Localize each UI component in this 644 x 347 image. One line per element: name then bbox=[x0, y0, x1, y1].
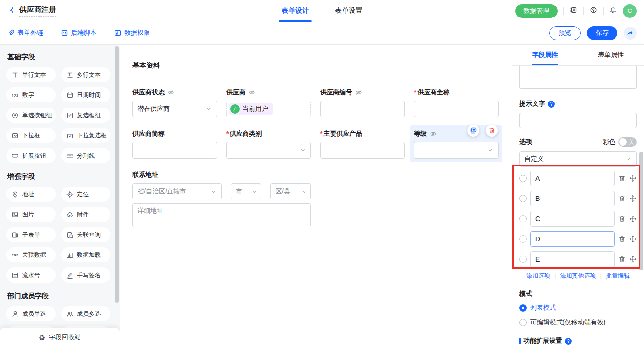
field-select[interactable] bbox=[414, 142, 499, 159]
field-input[interactable] bbox=[320, 142, 405, 159]
tab-form-properties[interactable]: 表单属性 bbox=[578, 45, 644, 65]
delete-option-button[interactable] bbox=[618, 215, 626, 222]
address-field[interactable]: 联系地址 省/自治区/直辖市 市 区/县 详细地址 bbox=[132, 171, 512, 227]
sidebar-item-linked-data[interactable]: 关联数据 bbox=[6, 247, 56, 262]
option-radio[interactable] bbox=[519, 175, 527, 182]
address-detail-textarea[interactable]: 详细地址 bbox=[132, 203, 311, 227]
avatar[interactable]: C bbox=[623, 4, 637, 18]
option-radio[interactable] bbox=[519, 215, 527, 222]
share-button[interactable] bbox=[624, 27, 637, 40]
mode-option-list[interactable]: 列表模式 bbox=[519, 304, 637, 312]
contacts-icon[interactable] bbox=[570, 6, 577, 15]
delete-option-button[interactable] bbox=[618, 256, 626, 263]
sidebar-item-member-single[interactable]: 成员单选 bbox=[6, 306, 56, 321]
field-name-input[interactable] bbox=[519, 66, 637, 89]
subform-icon bbox=[12, 231, 19, 239]
sidebar-item-text[interactable]: 单行文本 bbox=[6, 67, 56, 82]
field-input[interactable] bbox=[414, 101, 499, 117]
canvas-field-6[interactable]: *供应商类别 bbox=[226, 129, 311, 159]
option-input[interactable]: A bbox=[530, 171, 615, 186]
option-input[interactable]: B bbox=[530, 191, 615, 206]
data-permission-button[interactable]: 数据权限 bbox=[114, 29, 150, 37]
field-input[interactable] bbox=[132, 142, 217, 159]
copy-field-button[interactable] bbox=[467, 125, 479, 137]
sidebar-item-address[interactable]: 地址 bbox=[6, 187, 56, 202]
sidebar-item-number[interactable]: 123数字 bbox=[6, 87, 56, 102]
sidebar-item-location[interactable]: 定位 bbox=[61, 187, 110, 202]
option-input[interactable]: E bbox=[530, 251, 615, 267]
field-select[interactable]: 潜在供应商 bbox=[132, 101, 217, 117]
delete-option-button[interactable] bbox=[618, 195, 626, 202]
add-option-link[interactable]: 添加选项 bbox=[526, 272, 550, 280]
field-recycle-button[interactable]: ♻ 字段回收站 bbox=[0, 328, 120, 347]
external-link-button[interactable]: 表单外链 bbox=[7, 29, 43, 37]
sidebar-scrollbar[interactable] bbox=[115, 46, 119, 303]
panel-scrollbar[interactable] bbox=[639, 152, 643, 270]
radio-checked-icon[interactable] bbox=[519, 304, 527, 312]
data-manage-button[interactable]: 数据管理 bbox=[515, 4, 558, 18]
sidebar-item-divider[interactable]: 分割线 bbox=[61, 148, 110, 163]
field-user-tagbox[interactable]: 户当前用户 bbox=[226, 101, 311, 117]
sidebar-item-date[interactable]: 日期时间 bbox=[61, 87, 110, 102]
option-radio[interactable] bbox=[519, 256, 527, 263]
field-select[interactable] bbox=[226, 142, 311, 159]
delete-option-button[interactable] bbox=[618, 235, 626, 243]
move-option-handle[interactable] bbox=[629, 195, 637, 202]
canvas-field-1[interactable]: 供应商状态潜在供应商 bbox=[132, 88, 217, 117]
tab-form-design[interactable]: 表单设计 bbox=[282, 0, 309, 22]
sidebar-item-lookup[interactable]: 关联查询 bbox=[61, 227, 110, 242]
canvas-field-7[interactable]: *主要供应产品 bbox=[320, 129, 405, 159]
city-select[interactable]: 市 bbox=[231, 183, 261, 199]
field-input[interactable] bbox=[320, 101, 405, 117]
canvas-field-4[interactable]: *供应商全称 bbox=[414, 88, 499, 117]
tab-form-settings[interactable]: 表单设置 bbox=[335, 0, 362, 22]
delete-option-button[interactable] bbox=[618, 175, 626, 182]
batch-edit-link[interactable]: 批量编辑 bbox=[606, 272, 630, 280]
preview-button[interactable]: 预览 bbox=[549, 26, 581, 40]
radio-icon[interactable] bbox=[519, 319, 527, 326]
color-toggle[interactable]: 关 bbox=[618, 137, 637, 147]
sidebar-item-member-multi[interactable]: 成员多选 bbox=[61, 306, 110, 321]
mode-option-editable[interactable]: 可编辑模式(仅移动端有效) bbox=[519, 319, 637, 327]
canvas-field-5[interactable]: 供应商简称 bbox=[132, 129, 217, 159]
help-filled-icon[interactable]: ? bbox=[565, 338, 572, 345]
sidebar-item-serial[interactable]: 流水号 bbox=[6, 267, 56, 283]
sidebar-item-dropdown[interactable]: 下拉框 bbox=[6, 128, 56, 143]
field-actions bbox=[467, 125, 498, 137]
move-option-handle[interactable] bbox=[629, 215, 637, 222]
sidebar-item-checkbox-group[interactable]: 复选框组 bbox=[61, 108, 110, 123]
form-canvas[interactable]: 基本资料 供应商状态潜在供应商供应商户当前用户供应商编号*供应商全称供应商简称*… bbox=[120, 45, 512, 347]
sidebar-item-multi-dropdown[interactable]: 下拉复选框 bbox=[61, 128, 110, 143]
sidebar-item-textarea[interactable]: 多行文本 bbox=[61, 67, 110, 82]
bell-icon[interactable] bbox=[610, 6, 617, 15]
sidebar-item-radio-group[interactable]: 单选按钮组 bbox=[6, 108, 56, 123]
option-input[interactable]: C bbox=[530, 211, 615, 227]
sidebar-item-button[interactable]: 扩展按钮 bbox=[6, 148, 56, 163]
tab-field-properties[interactable]: 字段属性 bbox=[512, 45, 578, 65]
canvas-field-3[interactable]: 供应商编号 bbox=[320, 88, 405, 117]
option-radio[interactable] bbox=[519, 235, 527, 243]
sidebar-item-data-load[interactable]: 数据加载 bbox=[61, 247, 110, 262]
canvas-field-8[interactable]: 等级 bbox=[414, 129, 499, 159]
move-option-handle[interactable] bbox=[629, 175, 637, 182]
move-option-handle[interactable] bbox=[629, 256, 637, 263]
option-input[interactable]: D bbox=[530, 231, 615, 247]
sidebar-item-signature[interactable]: 手写签名 bbox=[61, 267, 110, 283]
help-icon[interactable] bbox=[590, 6, 597, 15]
sidebar-item-attachment[interactable]: 附件 bbox=[61, 207, 110, 222]
sidebar-item-image[interactable]: 图片 bbox=[6, 207, 56, 222]
sidebar-item-subform[interactable]: 子表单 bbox=[6, 227, 56, 242]
mode-label: 模式 bbox=[519, 290, 637, 298]
option-source-select[interactable]: 自定义 bbox=[519, 151, 637, 167]
delete-field-button[interactable] bbox=[486, 125, 498, 137]
hint-text-input[interactable] bbox=[519, 113, 637, 128]
add-other-option-link[interactable]: 添加其他选项 bbox=[560, 272, 596, 280]
backend-script-button[interactable]: 后端脚本 bbox=[61, 29, 97, 37]
help-filled-icon[interactable]: ? bbox=[548, 101, 555, 108]
province-select[interactable]: 省/自治区/直辖市 bbox=[132, 183, 222, 199]
save-button[interactable]: 保存 bbox=[587, 26, 617, 40]
district-select[interactable]: 区/县 bbox=[270, 183, 311, 199]
option-radio[interactable] bbox=[519, 195, 527, 202]
canvas-field-2[interactable]: 供应商户当前用户 bbox=[226, 88, 311, 117]
move-option-handle[interactable] bbox=[629, 235, 637, 243]
